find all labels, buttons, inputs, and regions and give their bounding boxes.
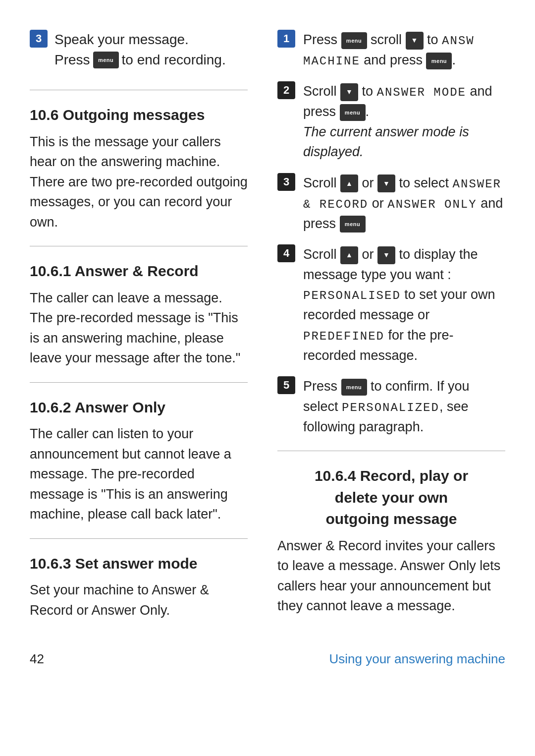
section-10-6-4-body: Answer & Record invites your callers to … bbox=[277, 536, 505, 616]
scroll-down-icon: ▼ bbox=[340, 83, 358, 101]
section-10-6-4: 10.6.4 Record, play or delete your own o… bbox=[277, 465, 505, 616]
step-content-4: Scroll ▲ or ▼ to display the message typ… bbox=[303, 244, 505, 365]
step-content-1: Press menu scroll ▼ to ANSW MACHINE and … bbox=[303, 30, 505, 70]
mono-text: ANSWER MODE bbox=[377, 86, 466, 99]
scroll-down-icon: ▼ bbox=[377, 246, 395, 264]
section-10-6-2: 10.6.2 Answer Only The caller can listen… bbox=[30, 397, 248, 524]
step3-press-label: Press bbox=[54, 50, 90, 70]
step-badge-4: 4 bbox=[277, 244, 295, 262]
section-10-6-4-title: 10.6.4 Record, play or delete your own o… bbox=[277, 465, 505, 530]
divider-1 bbox=[30, 90, 248, 90]
step3-badge: 3 bbox=[30, 30, 48, 48]
menu-button-icon: menu bbox=[340, 216, 366, 233]
italic-note: The current answer mode is displayed. bbox=[303, 124, 469, 160]
menu-button-icon: menu bbox=[341, 379, 367, 396]
divider-4 bbox=[30, 538, 248, 539]
section-10-6-3-title: 10.6.3 Set answer mode bbox=[30, 553, 248, 575]
section-10-6-1: 10.6.1 Answer & Record The caller can le… bbox=[30, 260, 248, 368]
section-10-6-3: 10.6.3 Set answer mode Set your machine … bbox=[30, 553, 248, 621]
step-row-5: 5Press menu to confirm. If you select PE… bbox=[277, 376, 505, 437]
section-10-6: 10.6 Outgoing messages This is the messa… bbox=[30, 104, 248, 232]
menu-button-icon: menu bbox=[426, 53, 452, 69]
section-10-6-2-body: The caller can listen to your announceme… bbox=[30, 424, 248, 524]
divider-3 bbox=[30, 382, 248, 383]
step-content-2: Scroll ▼ to ANSWER MODE and press menu.T… bbox=[303, 81, 505, 162]
step-row-3: 3Scroll ▲ or ▼ to select ANSWER & RECORD… bbox=[277, 173, 505, 234]
divider-right bbox=[277, 451, 505, 451]
step-badge-3: 3 bbox=[277, 173, 295, 191]
scroll-down-icon: ▼ bbox=[377, 174, 395, 192]
page-footer: 42 Using your answering machine bbox=[30, 645, 505, 669]
step-row-2: 2Scroll ▼ to ANSWER MODE and press menu.… bbox=[277, 81, 505, 162]
left-column: 3 Speak your message. Press menu to end … bbox=[30, 30, 248, 620]
steps-container: 1Press menu scroll ▼ to ANSW MACHINE and… bbox=[277, 30, 505, 437]
mono-text: PREDEFINED bbox=[303, 330, 384, 343]
mono-text: ANSWER ONLY bbox=[387, 198, 477, 211]
mono-text: PERSONALISED bbox=[303, 289, 401, 302]
step-row-1: 1Press menu scroll ▼ to ANSW MACHINE and… bbox=[277, 30, 505, 70]
menu-button-icon: menu bbox=[340, 104, 366, 121]
section-10-6-3-body: Set your machine to Answer & Record or A… bbox=[30, 580, 248, 620]
section-10-6-1-body: The caller can leave a message. The pre-… bbox=[30, 288, 248, 368]
section-10-6-2-title: 10.6.2 Answer Only bbox=[30, 397, 248, 418]
section-10-6-title: 10.6 Outgoing messages bbox=[30, 104, 248, 126]
mono-text: PERSONALIZED bbox=[342, 401, 439, 414]
step3-block: 3 Speak your message. Press menu to end … bbox=[30, 30, 248, 70]
step-content-3: Scroll ▲ or ▼ to select ANSWER & RECORD … bbox=[303, 173, 505, 234]
step-content-5: Press menu to confirm. If you select PER… bbox=[303, 376, 505, 437]
menu-button-icon: menu bbox=[341, 32, 367, 49]
right-column: 1Press menu scroll ▼ to ANSW MACHINE and… bbox=[277, 30, 505, 620]
scroll-up-icon: ▲ bbox=[340, 246, 358, 264]
divider-2 bbox=[30, 246, 248, 246]
scroll-down-icon: ▼ bbox=[406, 32, 424, 50]
step-badge-5: 5 bbox=[277, 376, 295, 394]
step3-line1: Speak your message. bbox=[54, 30, 226, 50]
scroll-up-icon: ▲ bbox=[340, 174, 358, 192]
menu-button-icon: menu bbox=[93, 52, 119, 68]
step3-end-label: to end recording. bbox=[122, 50, 226, 70]
section-10-6-1-title: 10.6.1 Answer & Record bbox=[30, 260, 248, 282]
footer-section-label: Using your answering machine bbox=[329, 650, 505, 669]
step-badge-1: 1 bbox=[277, 30, 295, 48]
section-10-6-body: This is the message your callers hear on… bbox=[30, 132, 248, 233]
page-number: 42 bbox=[30, 650, 44, 669]
step-row-4: 4Scroll ▲ or ▼ to display the message ty… bbox=[277, 244, 505, 365]
step-badge-2: 2 bbox=[277, 81, 295, 99]
